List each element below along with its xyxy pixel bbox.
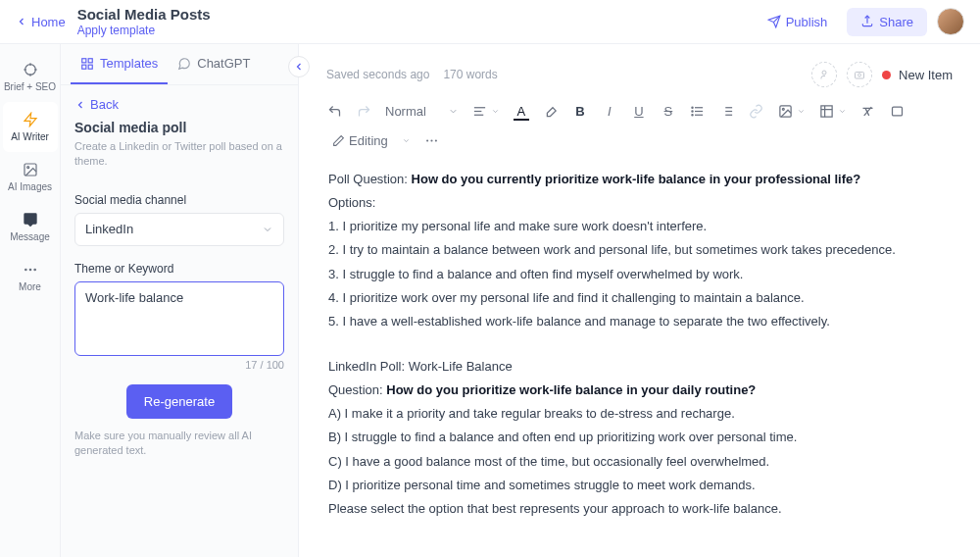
poll-heading: LinkedIn Poll: Work-Life Balance bbox=[328, 357, 951, 377]
upload-icon bbox=[860, 15, 874, 28]
chat-icon bbox=[177, 57, 191, 71]
apply-template-link[interactable]: Apply template bbox=[77, 24, 211, 37]
italic-button[interactable]: I bbox=[602, 103, 617, 119]
home-link[interactable]: Home bbox=[16, 15, 66, 29]
bold-button[interactable]: B bbox=[572, 103, 588, 119]
undo-icon bbox=[327, 104, 342, 119]
code-icon bbox=[890, 104, 905, 119]
link-button[interactable] bbox=[749, 103, 764, 119]
saved-status: Saved seconds ago bbox=[326, 68, 429, 81]
style-label: Normal bbox=[385, 104, 426, 119]
redo-button[interactable] bbox=[356, 103, 371, 119]
option-item: 3. I struggle to find a balance and ofte… bbox=[328, 265, 951, 284]
code-button[interactable] bbox=[890, 103, 906, 119]
more-toolbar-button[interactable] bbox=[424, 132, 440, 148]
svg-point-25 bbox=[692, 107, 693, 108]
image-insert-select[interactable] bbox=[778, 104, 806, 119]
tab-templates[interactable]: Templates bbox=[71, 44, 168, 84]
undo-button[interactable] bbox=[326, 103, 342, 119]
publish-label: Publish bbox=[786, 15, 828, 29]
svg-point-9 bbox=[24, 269, 27, 272]
options-label: Options: bbox=[328, 193, 951, 213]
templates-icon bbox=[80, 57, 94, 71]
editor-topbar: Saved seconds ago 170 words New Item bbox=[299, 44, 980, 97]
document-body[interactable]: Poll Question: How do you currently prio… bbox=[299, 162, 980, 557]
svg-point-26 bbox=[692, 110, 693, 111]
font-color-button[interactable]: A bbox=[514, 103, 529, 119]
rail-item-brief-seo[interactable]: Brief + SEO bbox=[3, 52, 58, 102]
channel-select[interactable]: LinkedIn bbox=[74, 213, 284, 246]
add-attachment-button[interactable] bbox=[847, 62, 872, 87]
rail-item-message[interactable]: Message bbox=[3, 202, 58, 252]
svg-point-40 bbox=[426, 139, 428, 141]
page-title: Social Media Posts bbox=[77, 6, 211, 24]
tab-chatgpt[interactable]: ChatGPT bbox=[168, 44, 260, 84]
q-prefix: Question: bbox=[328, 382, 386, 397]
strike-button[interactable]: S bbox=[661, 103, 676, 119]
rail-item-ai-writer[interactable]: AI Writer bbox=[3, 102, 58, 152]
numbered-list-icon bbox=[719, 104, 734, 119]
helper-text: Make sure you manually review all AI gen… bbox=[74, 429, 284, 459]
align-select[interactable] bbox=[472, 104, 500, 119]
rail-label: AI Images bbox=[8, 181, 52, 192]
poll-cta: Please select the option that best repre… bbox=[328, 499, 951, 519]
chevron-left-icon bbox=[16, 16, 27, 27]
editing-mode-select[interactable]: Editing bbox=[332, 133, 411, 148]
svg-rect-33 bbox=[821, 105, 832, 116]
rail-item-more[interactable]: More bbox=[3, 252, 58, 302]
svg-point-32 bbox=[782, 108, 784, 110]
regenerate-button[interactable]: Re-generate bbox=[126, 384, 232, 419]
svg-rect-15 bbox=[88, 65, 92, 69]
option-item: 4. I prioritize work over my personal li… bbox=[328, 288, 951, 308]
chevron-left-icon bbox=[74, 99, 86, 111]
bullet-list-button[interactable] bbox=[690, 103, 706, 119]
svg-rect-13 bbox=[88, 58, 92, 62]
collapse-panel-button[interactable] bbox=[288, 56, 310, 77]
share-label: Share bbox=[879, 15, 913, 29]
back-link[interactable]: Back bbox=[61, 85, 298, 120]
svg-point-42 bbox=[435, 139, 437, 141]
svg-point-27 bbox=[692, 114, 693, 115]
publish-button[interactable]: Publish bbox=[758, 9, 838, 35]
option-item: 2. I try to maintain a balance between w… bbox=[328, 240, 951, 260]
share-button[interactable]: Share bbox=[847, 8, 927, 36]
bullet-list-icon bbox=[690, 104, 705, 119]
chevron-down-icon bbox=[262, 224, 273, 235]
new-item-indicator[interactable]: New Item bbox=[882, 68, 953, 82]
image-icon bbox=[778, 104, 793, 119]
redo-icon bbox=[357, 104, 371, 119]
home-label: Home bbox=[31, 15, 66, 29]
option-item: B) I struggle to find a balance and ofte… bbox=[328, 428, 951, 447]
avatar[interactable] bbox=[937, 8, 964, 35]
rail-item-ai-images[interactable]: AI Images bbox=[3, 152, 58, 202]
svg-rect-17 bbox=[856, 73, 864, 79]
chevron-down-icon bbox=[491, 107, 500, 116]
svg-marker-6 bbox=[24, 113, 36, 126]
paragraph-style-select[interactable]: Normal bbox=[385, 104, 459, 119]
template-desc: Create a Linkedin or Twitter poll based … bbox=[74, 139, 284, 170]
theme-input[interactable] bbox=[74, 281, 284, 356]
underline-button[interactable]: U bbox=[631, 103, 647, 119]
char-count: 17 / 100 bbox=[74, 359, 284, 371]
add-collaborator-button[interactable] bbox=[811, 62, 837, 87]
rail-label: AI Writer bbox=[11, 131, 49, 142]
clear-format-button[interactable] bbox=[860, 103, 876, 119]
rail-label: More bbox=[19, 281, 41, 292]
send-icon bbox=[767, 15, 781, 28]
svg-point-8 bbox=[26, 167, 28, 169]
chevron-down-icon bbox=[838, 107, 847, 116]
q-prefix: Poll Question: bbox=[328, 172, 412, 186]
message-icon bbox=[23, 212, 38, 228]
rail-label: Message bbox=[10, 231, 50, 242]
channel-label: Social media channel bbox=[74, 193, 284, 207]
numbered-list-button[interactable] bbox=[719, 103, 735, 119]
table-insert-select[interactable] bbox=[819, 104, 847, 119]
q-text: How do you currently prioritize work-lif… bbox=[412, 172, 861, 186]
highlight-button[interactable] bbox=[543, 103, 559, 119]
template-panel: Templates ChatGPT Back Social media poll… bbox=[61, 44, 299, 557]
chevron-left-icon bbox=[293, 61, 305, 73]
user-plus-icon bbox=[818, 69, 830, 80]
option-item: 1. I prioritize my personal life and mak… bbox=[328, 217, 951, 236]
word-count: 170 words bbox=[443, 68, 497, 81]
rail-label: Brief + SEO bbox=[4, 81, 56, 92]
